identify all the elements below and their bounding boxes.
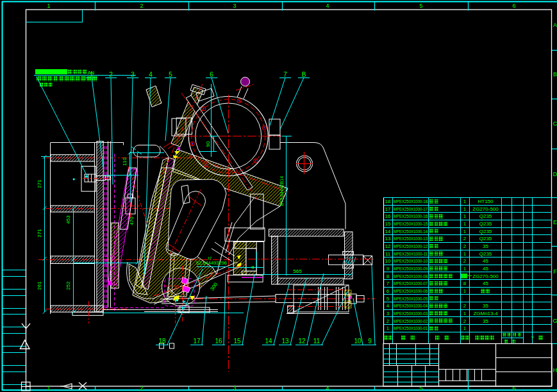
svg-text:E: E [553,219,557,225]
svg-text:D: D [553,171,557,177]
svg-text:MPEX250X1000-10: MPEX250X1000-10 [394,258,428,264]
svg-text:ZG270-500: ZG270-500 [472,274,499,279]
svg-text:16: 16 [215,338,222,345]
svg-text:MPEX250X1000-18: MPEX250X1000-18 [394,199,428,204]
svg-text:271: 271 [37,179,42,188]
svg-text:8: 8 [463,281,467,286]
svg-text:MPEX250X1000-04: MPEX250X1000-04 [394,303,428,309]
svg-text:AN: AN [88,70,95,76]
svg-text:G: G [553,318,557,324]
svg-text:14: 14 [265,338,272,345]
svg-text:Q235: Q235 [479,251,492,257]
svg-text:MPEX250X1000-13: MPEX250X1000-13 [394,236,428,241]
svg-text:1: 1 [463,288,467,294]
svg-text:11: 11 [385,251,391,257]
svg-text:1: 1 [47,3,50,9]
svg-text:18: 18 [158,338,166,345]
svg-text:12: 12 [298,338,306,345]
svg-text:Q235: Q235 [479,213,492,219]
svg-text:B: B [553,71,557,78]
svg-text:10: 10 [385,258,391,264]
svg-text:14: 14 [385,229,391,234]
svg-text:1: 1 [463,325,467,331]
svg-text:6: 6 [512,385,515,391]
svg-text:5: 5 [169,71,172,78]
svg-text:15: 15 [385,221,391,227]
svg-text:1: 1 [463,206,467,212]
svg-text:1: 1 [463,251,467,257]
svg-text:470: 470 [129,216,135,225]
svg-text:?: ? [531,335,534,341]
svg-text:MPEX250X1000-09: MPEX250X1000-09 [394,266,428,272]
svg-text:6: 6 [387,288,390,294]
svg-text:52.544493296: 52.544493296 [196,260,227,266]
svg-text:2: 2 [463,243,467,249]
svg-text:261: 261 [37,281,42,290]
svg-text:H: H [553,367,557,373]
svg-text:MPEX250X1000-02: MPEX250X1000-02 [394,318,428,324]
svg-text:9: 9 [387,266,390,272]
svg-text:565: 565 [293,268,302,274]
svg-text:35: 35 [483,243,488,249]
svg-text:A: A [553,22,557,28]
svg-text:HT150: HT150 [478,199,494,204]
svg-text:6: 6 [512,3,515,9]
svg-text:1: 1 [463,229,467,234]
svg-text:B79.64442B14: B79.64442B14 [279,176,284,206]
svg-text:ZG270-500: ZG270-500 [472,206,499,212]
svg-text:2: 2 [387,318,390,324]
svg-text:9: 9 [368,338,372,345]
svg-text:17: 17 [208,256,212,260]
svg-text:MPEX250X1000-16: MPEX250X1000-16 [394,213,428,219]
svg-text:MPEX250X1000-05: MPEX250X1000-05 [394,296,428,302]
svg-text:2: 2 [140,3,143,9]
svg-text:4: 4 [149,71,153,78]
svg-text:17: 17 [193,338,201,345]
svg-text:17: 17 [385,206,391,212]
svg-text:13: 13 [385,236,391,241]
svg-text:1: 1 [387,325,390,331]
svg-text:MPEX250X1000-11: MPEX250X1000-11 [394,251,428,257]
svg-text:1: 1 [463,213,467,219]
svg-text:8: 8 [387,274,390,279]
svg-text:MPEX250X1000-06: MPEX250X1000-06 [394,288,428,294]
svg-text:MPEX250X1000-07: MPEX250X1000-07 [394,281,428,286]
svg-text:35: 35 [483,303,488,309]
svg-text:2: 2 [140,385,143,391]
svg-text:3: 3 [131,71,135,78]
svg-text:12: 12 [385,243,391,249]
svg-text:1: 1 [47,385,50,391]
svg-text:3: 3 [233,3,236,9]
svg-text:B: B [302,71,306,78]
svg-text:ZGMn13-4: ZGMn13-4 [473,311,498,316]
svg-text:5: 5 [387,296,390,302]
svg-text:35: 35 [483,318,488,324]
svg-text:271: 271 [37,229,42,238]
svg-text:Q235: Q235 [479,229,492,234]
svg-text:2: 2 [463,258,467,264]
svg-text:MPEX250X1000-12: MPEX250X1000-12 [394,243,428,249]
svg-text:10: 10 [354,338,362,345]
svg-text:13: 13 [281,338,289,345]
svg-text:2: 2 [109,71,113,78]
svg-text:5: 5 [419,385,422,391]
svg-text:C: C [553,120,557,127]
svg-text:90: 90 [205,141,211,147]
svg-text:4: 4 [387,303,390,309]
svg-text:MPEX250X1000-14: MPEX250X1000-14 [394,229,428,234]
svg-text:7: 7 [387,281,390,286]
svg-text:110: 110 [122,158,128,166]
svg-text:Q235: Q235 [479,236,492,241]
svg-text:MPEX250X1000-17: MPEX250X1000-17 [394,206,428,212]
svg-text:5: 5 [419,3,422,9]
svg-text:3: 3 [233,385,236,391]
svg-text:4: 4 [326,3,329,9]
svg-text:2: 2 [463,318,467,324]
svg-text:Q235: Q235 [479,221,492,227]
svg-text:3: 3 [387,311,390,316]
svg-text:4: 4 [326,385,329,391]
svg-text:2: 2 [463,236,467,241]
svg-text:453: 453 [65,215,71,224]
svg-text:1: 1 [463,199,467,204]
svg-text:45: 45 [483,258,488,264]
